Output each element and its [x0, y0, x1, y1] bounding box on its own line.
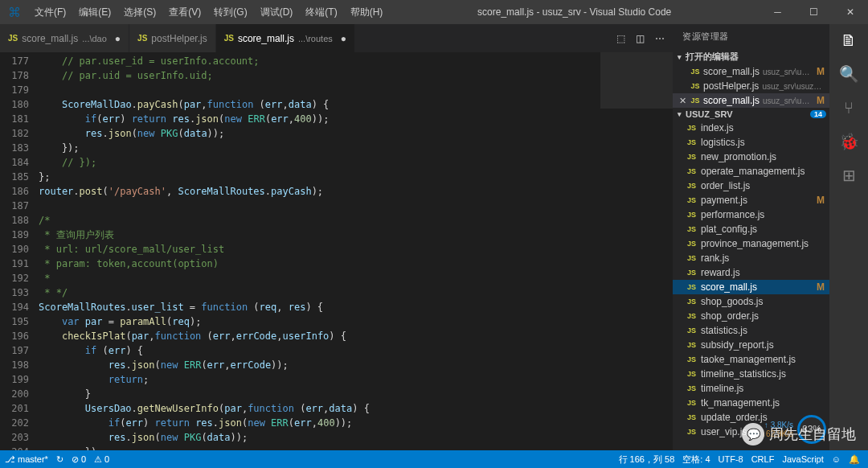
sync-button[interactable]: ↻	[56, 454, 63, 465]
js-file-icon: JS	[687, 153, 697, 161]
errors-count[interactable]: ⊘ 0	[72, 454, 86, 465]
editor-body[interactable]: 177 178 179 180 181 182 183 184 185 186 …	[0, 52, 673, 450]
explorer-icon[interactable]: 🗎	[839, 31, 858, 50]
window-controls: ─ ☐ ✕	[760, 0, 868, 24]
js-file-icon: JS	[687, 196, 697, 204]
file-name: tk_management.js	[701, 397, 825, 408]
js-file-icon: JS	[687, 355, 697, 363]
js-file-icon: JS	[687, 428, 697, 436]
compare-icon[interactable]: ⬚	[616, 33, 625, 44]
eol[interactable]: CRLF	[751, 454, 775, 464]
js-file-icon: JS	[687, 298, 697, 306]
editor-tab[interactable]: JSscore_mall.js...\dao●	[0, 24, 129, 52]
code-content[interactable]: // par.user_id = userInfo.account; // pa…	[39, 52, 600, 450]
js-file-icon: JS	[687, 312, 697, 320]
warnings-count[interactable]: ⚠ 0	[94, 454, 109, 465]
debug-icon[interactable]: 🐞	[839, 132, 858, 151]
js-file-icon: JS	[687, 326, 697, 335]
line-col[interactable]: 行 166，列 58	[619, 454, 675, 466]
file-item[interactable]: JSplat_config.js	[673, 222, 829, 236]
project-header[interactable]: USUZ_SRV 14	[673, 108, 829, 121]
close-icon[interactable]: ✕	[678, 96, 687, 106]
js-file-icon: JS	[687, 269, 697, 277]
minimap[interactable]	[600, 52, 673, 450]
tab-name: postHelper.js	[151, 33, 207, 44]
file-item[interactable]: JSorder_list.js	[673, 179, 829, 193]
file-item[interactable]: JSnew_promotion.js	[673, 150, 829, 164]
indent-info[interactable]: 空格: 4	[682, 454, 710, 466]
file-name: index.js	[701, 122, 825, 133]
file-item[interactable]: JSindex.js	[673, 121, 829, 135]
file-name: rank.js	[701, 252, 825, 264]
open-editors-header[interactable]: 打开的编辑器	[673, 49, 829, 64]
git-branch[interactable]: ⎇ master*	[5, 454, 48, 465]
editor-tab[interactable]: JSpostHelper.js	[129, 24, 216, 52]
js-file-icon: JS	[690, 96, 700, 105]
js-file-icon: JS	[687, 283, 697, 291]
js-file-icon: JS	[687, 138, 697, 146]
menu-item[interactable]: 选择(S)	[117, 0, 162, 24]
file-name: statistics.js	[701, 325, 825, 336]
file-name: operate_management.js	[701, 166, 825, 177]
file-item[interactable]: JSshop_order.js	[673, 309, 829, 323]
activity-bar: 🗎 🔍 ⑂ 🐞 ⊞	[829, 24, 868, 450]
file-name: shop_goods.js	[701, 296, 825, 307]
file-item[interactable]: JStk_management.js	[673, 396, 829, 410]
menu-item[interactable]: 调试(D)	[254, 0, 300, 24]
js-file-icon: JS	[687, 341, 697, 349]
menu-item[interactable]: 查看(V)	[162, 0, 207, 24]
editor-tab[interactable]: JSscore_mall.js...\routes●	[216, 24, 355, 52]
menu-item[interactable]: 终端(T)	[299, 0, 343, 24]
js-file-icon: JS	[687, 370, 697, 378]
language-mode[interactable]: JavaScript	[782, 454, 823, 464]
maximize-button[interactable]: ☐	[796, 0, 832, 24]
modified-badge: M	[817, 281, 825, 293]
js-file-icon: JS	[687, 124, 697, 132]
minimize-button[interactable]: ─	[760, 0, 796, 24]
open-editor-item[interactable]: JSscore_mall.jsusuz_srv\usuz_...M	[673, 64, 829, 79]
file-item[interactable]: JSreward.js	[673, 265, 829, 280]
search-icon[interactable]: 🔍	[839, 64, 858, 84]
notifications-icon[interactable]: 🔔	[849, 454, 860, 465]
tab-path: ...\routes	[298, 34, 333, 43]
close-button[interactable]: ✕	[832, 0, 868, 24]
menu-item[interactable]: 帮助(H)	[344, 0, 390, 24]
file-item[interactable]: JSperformance.js	[673, 207, 829, 222]
open-editor-item[interactable]: JSpostHelper.jsusuz_srv\usuz_srv\...	[673, 79, 829, 93]
extensions-icon[interactable]: ⊞	[839, 166, 858, 185]
more-icon[interactable]: ⋯	[655, 33, 665, 44]
file-item[interactable]: JSlogistics.js	[673, 135, 829, 150]
file-item[interactable]: JSoperate_management.js	[673, 164, 829, 179]
js-file-icon: JS	[687, 413, 697, 421]
tab-path: ...\dao	[82, 34, 107, 43]
feedback-icon[interactable]: ☺	[832, 454, 841, 464]
file-item[interactable]: JSrank.js	[673, 251, 829, 265]
file-item[interactable]: JSscore_mall.jsM	[673, 280, 829, 294]
encoding[interactable]: UTF-8	[719, 454, 743, 464]
file-item[interactable]: JSshop_goods.js	[673, 294, 829, 309]
dirty-icon[interactable]: ●	[115, 33, 121, 44]
js-file-icon: JS	[687, 384, 697, 392]
file-item[interactable]: JSprovince_management.js	[673, 236, 829, 251]
minimap-slider[interactable]	[600, 52, 673, 109]
file-item[interactable]: JStimeline_statistics.js	[673, 367, 829, 381]
menu-item[interactable]: 转到(G)	[207, 0, 253, 24]
js-file-icon: JS	[687, 211, 697, 219]
editor-area: JSscore_mall.js...\dao●JSpostHelper.jsJS…	[0, 24, 673, 450]
file-item[interactable]: JSpayment.jsM	[673, 193, 829, 207]
file-item[interactable]: JSstatistics.js	[673, 323, 829, 338]
js-file-icon: JS	[687, 254, 697, 262]
explorer-title: 资源管理器	[673, 24, 829, 49]
file-item[interactable]: JSsubsidy_report.js	[673, 338, 829, 352]
js-file-icon: JS	[224, 34, 234, 43]
close-icon[interactable]: ●	[341, 33, 346, 44]
file-name: score_mall.js	[703, 95, 760, 106]
file-item[interactable]: JStaoke_management.js	[673, 352, 829, 367]
menu-item[interactable]: 文件(F)	[28, 0, 72, 24]
split-editor-icon[interactable]: ◫	[636, 33, 645, 44]
source-control-icon[interactable]: ⑂	[839, 98, 858, 117]
menu-item[interactable]: 编辑(E)	[72, 0, 117, 24]
file-name: province_management.js	[701, 238, 825, 249]
file-item[interactable]: JStimeline.js	[673, 381, 829, 396]
open-editor-item[interactable]: ✕JSscore_mall.jsusuz_srv\usuz_...M	[673, 93, 829, 108]
